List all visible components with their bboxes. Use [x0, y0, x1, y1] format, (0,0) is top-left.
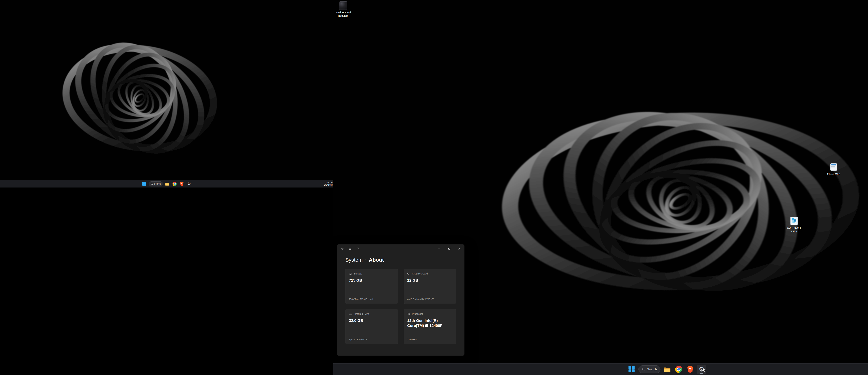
minimize-icon [438, 248, 440, 250]
search-icon [151, 183, 153, 185]
orange-browser-button[interactable] [179, 181, 185, 187]
start-icon [142, 182, 146, 186]
ram-icon [349, 312, 352, 315]
spec-card-detail: 2.50 GHz [407, 338, 453, 341]
start-icon [628, 366, 635, 373]
spec-card-label: Graphics Card [412, 272, 428, 275]
back-arrow-icon [341, 247, 344, 250]
spec-card-value: 12th Gen Intel(R) Core(TM) i5-12400F [407, 318, 453, 328]
left-taskbar: Search ⚙ 3:14 PM 3/17/2026 [0, 180, 333, 187]
orange-browser-button[interactable] [686, 365, 695, 374]
spec-card-label: Storage [354, 272, 362, 275]
spec-card-detail: Speed: 3200 MT/s [349, 338, 394, 341]
back-button[interactable] [339, 246, 346, 252]
spec-card-cpu: Processor 12th Gen Intel(R) Core(TM) i5-… [404, 309, 456, 344]
storage-icon [349, 272, 352, 275]
search-box[interactable]: Search [148, 181, 163, 186]
file-explorer-button[interactable] [164, 181, 170, 187]
minimize-button[interactable] [434, 245, 444, 253]
search-box-label: Search [154, 183, 161, 185]
gpu-icon [407, 272, 410, 275]
file-explorer-button[interactable] [663, 365, 672, 374]
clock-date: 3/17/2026 [324, 184, 333, 186]
chrome-button[interactable] [674, 365, 683, 374]
desktop-icon-z196[interactable]: z1.9.6 sfa2 [824, 163, 843, 176]
spec-card-label: Processor [412, 312, 423, 315]
spec-card-label: Installed RAM [354, 312, 369, 315]
breadcrumb-chevron-icon: › [365, 257, 366, 262]
settings-button[interactable]: ⚙ [186, 181, 192, 187]
breadcrumb: System › About [345, 257, 456, 263]
cpu-icon [407, 312, 410, 315]
desktop-icon-label: Resident Evil Requiem [334, 11, 353, 18]
app-file-icon [830, 163, 838, 171]
game-tile-icon [339, 1, 347, 10]
nav-menu-button[interactable] [347, 246, 353, 252]
orange-browser-icon [180, 182, 184, 186]
search-box-label: Search [647, 368, 657, 371]
left-monitor-desktop: Search ⚙ 3:14 PM 3/17/2026 [0, 0, 333, 187]
maximize-icon [448, 248, 451, 250]
page-title: About [369, 257, 384, 263]
wallpaper-bloom [473, 46, 868, 356]
start-button[interactable] [627, 365, 636, 374]
main-taskbar: Search ⚙ ENG [333, 363, 868, 375]
file-explorer-icon [664, 367, 671, 372]
wallpaper-bloom [56, 18, 224, 179]
clock-time: 3:14 PM [324, 182, 333, 184]
chrome-button[interactable] [172, 181, 178, 187]
mouse-cursor [702, 367, 707, 373]
spec-card-value: 32.0 GB [349, 318, 394, 323]
search-icon [642, 368, 645, 371]
orange-browser-icon [687, 366, 693, 373]
chrome-icon [173, 182, 177, 186]
desktop-icon-resident-evil[interactable]: Resident Evil Requiem [334, 1, 353, 18]
search-box[interactable]: Search [638, 366, 660, 373]
maximize-button[interactable] [444, 245, 454, 253]
search-icon [357, 247, 360, 250]
main-monitor-desktop: Resident Evil Requiem z1.9.6 sfa2 dwm_mp… [333, 0, 868, 375]
spec-card-value: 12 GB [407, 278, 453, 283]
settings-search-button[interactable] [355, 246, 362, 252]
spec-card-detail: 274 GB of 715 GB used [349, 298, 394, 301]
file-explorer-icon [165, 182, 169, 186]
spec-cards: Storage 715 GB 274 GB of 715 GB used Gra… [345, 269, 456, 344]
spec-card-storage: Storage 715 GB 274 GB of 715 GB used [345, 269, 398, 304]
chrome-icon [675, 366, 682, 373]
settings-gear-icon: ⚙ [187, 182, 191, 186]
settings-titlebar [337, 245, 464, 253]
spec-card-detail: AMD Radeon RX 6700 XT [407, 298, 453, 301]
breadcrumb-system[interactable]: System [345, 257, 363, 263]
spec-card-gpu: Graphics Card 12 GB AMD Radeon RX 6700 X… [404, 269, 456, 304]
desktop-icon-reg-file[interactable]: dwm_mpo_fix.reg [784, 217, 804, 233]
start-button[interactable] [141, 181, 147, 187]
settings-window: System › About Storage 715 GB 274 GB of … [337, 244, 465, 356]
spec-card-ram: Installed RAM 32.0 GB Speed: 3200 MT/s [345, 309, 398, 344]
desktop-icon-label: dwm_mpo_fix.reg [786, 226, 802, 233]
spec-card-value: 715 GB [349, 278, 394, 283]
hamburger-menu-icon [349, 247, 352, 250]
clock[interactable]: 3:14 PM 3/17/2026 [324, 182, 333, 186]
registry-file-icon [790, 217, 798, 225]
desktop-icon-label: z1.9.6 sfa2 [827, 173, 840, 176]
close-icon [458, 248, 461, 250]
left-system-tray: 3:14 PM 3/17/2026 [324, 180, 333, 187]
close-button[interactable] [454, 245, 464, 253]
